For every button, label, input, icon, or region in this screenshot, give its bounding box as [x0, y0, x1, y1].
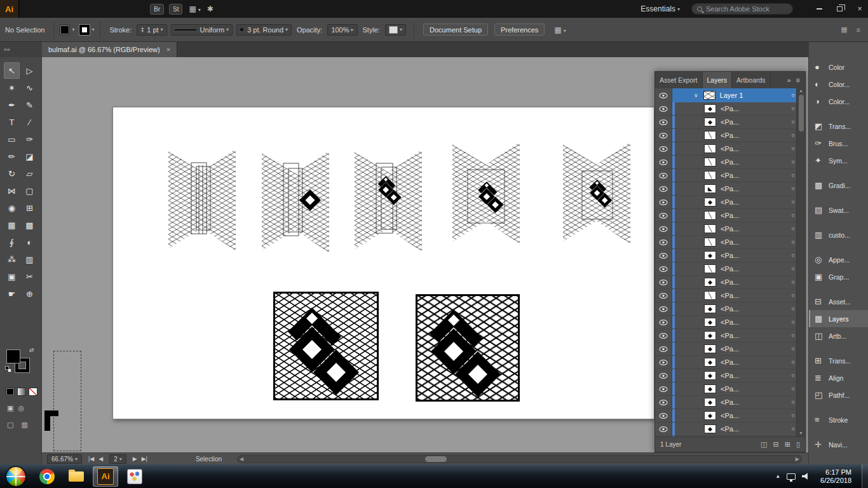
tool-slice[interactable]: ✂: [22, 268, 37, 285]
visibility-toggle[interactable]: [655, 222, 672, 235]
tool-type[interactable]: T: [4, 114, 20, 130]
visibility-toggle[interactable]: [655, 236, 672, 248]
tool-pen[interactable]: ✒: [4, 97, 20, 113]
tool-free-transform[interactable]: ▢: [22, 182, 37, 199]
menu-item[interactable]: [47, 0, 61, 18]
target-circle[interactable]: ○: [792, 279, 795, 285]
visibility-toggle[interactable]: [655, 129, 672, 142]
menu-item[interactable]: [117, 0, 131, 18]
panel-transform[interactable]: ⊞ Trans...: [809, 352, 868, 369]
tool-gradient[interactable]: ▩: [22, 217, 37, 233]
layer-row[interactable]: ◆ <Pa... ○: [655, 342, 805, 356]
panel-color-guide[interactable]: ◐ Color...: [809, 76, 868, 93]
pattern-square-2[interactable]: [416, 294, 520, 402]
menu-item[interactable]: [75, 0, 89, 18]
minimize-button[interactable]: [811, 3, 827, 15]
stroke-weight-stepper[interactable]: ▲▼ 1 pt ▾: [137, 24, 166, 36]
panel-brushes[interactable]: ✑ Brus...: [809, 135, 868, 152]
layer-row[interactable]: ◆ <Pa... ○: [655, 383, 805, 396]
visibility-toggle[interactable]: [655, 262, 672, 275]
panel-asset-export[interactable]: ⊟ Asset...: [809, 293, 868, 310]
target-circle[interactable]: ○: [792, 332, 795, 339]
panel-pathfinder[interactable]: ◰ Pathf...: [809, 386, 868, 403]
sketch-drawing-2[interactable]: [262, 149, 329, 254]
target-circle[interactable]: ○: [792, 266, 795, 272]
make-clipping-mask-button[interactable]: ◫: [761, 440, 767, 449]
tool-column-graph[interactable]: ▥: [22, 251, 37, 268]
delete-layer-button[interactable]: ▯: [796, 440, 800, 449]
scroll-right-icon[interactable]: ▶: [796, 456, 799, 462]
layer-row[interactable]: ◆ <Pa... ○: [655, 356, 805, 369]
visibility-toggle[interactable]: [655, 383, 672, 395]
restore-button[interactable]: [831, 3, 848, 15]
none-button[interactable]: [29, 388, 37, 396]
tool-zoom[interactable]: ⊕: [22, 285, 37, 302]
layer-row[interactable]: ╲ <Pa... ○: [655, 209, 805, 222]
panel-tab[interactable]: Asset Export: [655, 72, 703, 88]
stroke-swatch[interactable]: [79, 25, 90, 35]
target-circle[interactable]: ○: [792, 172, 795, 179]
stroke-label[interactable]: Stroke:: [109, 26, 132, 34]
fill-color-box[interactable]: [6, 349, 20, 363]
start-button[interactable]: [6, 467, 25, 486]
layer-row[interactable]: ◆ <Pa... ○: [655, 196, 805, 209]
visibility-toggle[interactable]: [655, 409, 672, 422]
visibility-toggle[interactable]: [655, 102, 672, 115]
target-circle[interactable]: ○: [792, 306, 795, 312]
path-name[interactable]: <Pa...: [721, 398, 789, 406]
scrollbar-thumb[interactable]: [799, 95, 804, 132]
sketch-drawing-4[interactable]: [452, 140, 520, 245]
path-name[interactable]: <Pa...: [721, 158, 789, 166]
path-name[interactable]: <Pa...: [721, 198, 789, 206]
swap-fill-stroke-icon[interactable]: ⇄: [29, 347, 34, 353]
document-tab[interactable]: bulmaf.ai @ 66.67% (RGB/Preview) ×: [42, 42, 177, 57]
taskbar-paint-button[interactable]: [122, 466, 147, 487]
dock-collapse-arrows[interactable]: ««: [0, 42, 42, 57]
panel-swatches[interactable]: ▤ Swat...: [809, 201, 868, 219]
tool-rotate[interactable]: ↻: [4, 165, 20, 182]
target-circle[interactable]: ○: [792, 146, 795, 152]
panel-appearance[interactable]: ◎ Appe...: [809, 251, 868, 268]
layer-row[interactable]: ◆ <Pa... ○: [655, 102, 805, 116]
brush-select[interactable]: 3 pt. Round ▾: [236, 24, 292, 36]
pattern-square-1[interactable]: [273, 292, 379, 400]
prev-artboard-button[interactable]: ◀: [98, 456, 103, 462]
visibility-toggle[interactable]: [655, 369, 672, 382]
tool-symbol-sprayer[interactable]: ⁂: [4, 251, 20, 268]
panel-layers[interactable]: ▦ Layers: [809, 310, 868, 327]
panel-align[interactable]: ≣ Align: [809, 369, 868, 386]
dock-menu-icon[interactable]: ≡: [857, 26, 860, 34]
target-circle[interactable]: ○: [792, 119, 795, 125]
layer-row[interactable]: ╲ <Pa... ○: [655, 129, 805, 142]
path-name[interactable]: <Pa...: [721, 238, 789, 246]
panel-color-themes[interactable]: ◑ Color...: [809, 93, 868, 110]
visibility-toggle[interactable]: [655, 169, 672, 182]
target-circle[interactable]: ○: [792, 212, 795, 219]
target-circle[interactable]: ○: [792, 399, 795, 405]
visibility-toggle[interactable]: [655, 316, 672, 329]
path-name[interactable]: <Pa...: [721, 225, 789, 233]
visibility-toggle[interactable]: [655, 302, 672, 315]
panel-transparency[interactable]: ◩ Trans...: [809, 118, 868, 135]
fill-swatch[interactable]: [60, 25, 70, 35]
stroke-caret-icon[interactable]: ▾: [92, 27, 94, 32]
dock-grid-icon[interactable]: ▦: [841, 25, 847, 34]
taskbar-explorer-button[interactable]: [64, 466, 89, 487]
opacity-value[interactable]: 100% ▸: [327, 24, 357, 36]
panel-navigator[interactable]: ✛ Navi...: [809, 436, 868, 453]
fill-caret-icon[interactable]: ▾: [72, 27, 74, 32]
menu-item[interactable]: [33, 0, 47, 18]
menu-item[interactable]: [131, 0, 145, 18]
path-name[interactable]: <Pa...: [721, 132, 789, 139]
path-name[interactable]: <Pa...: [721, 318, 789, 326]
network-icon[interactable]: [787, 473, 796, 480]
menu-item[interactable]: [61, 0, 75, 18]
path-name[interactable]: <Pa...: [721, 185, 789, 193]
sketch-drawing-3[interactable]: [355, 148, 422, 253]
tool-curvature[interactable]: ✎: [22, 97, 37, 113]
panel-artboards[interactable]: ◫ Artb...: [809, 327, 868, 344]
layer-row[interactable]: ◆ <Pa... ○: [655, 396, 805, 409]
visibility-toggle[interactable]: [655, 116, 672, 128]
menu-item[interactable]: [103, 0, 117, 18]
workspace-switcher[interactable]: Essentials▾: [641, 4, 680, 13]
